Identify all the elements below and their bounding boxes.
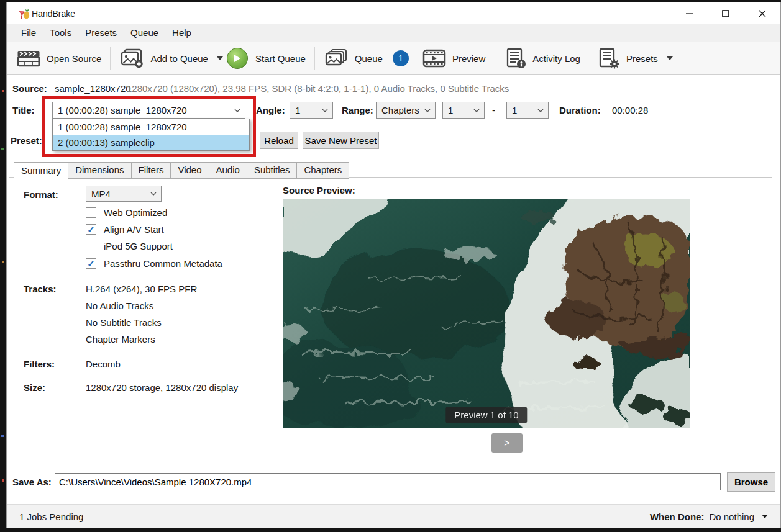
title-label: Title: [12,105,35,115]
title-dropdown-list: 1 (00:00:28) sample_1280x720 2 (00:00:13… [52,119,250,151]
angle-value: 1 [295,105,300,115]
film-strip-icon [422,49,446,68]
title-option-1[interactable]: 1 (00:00:28) sample_1280x720 [53,119,249,135]
source-label: Source: [12,83,47,94]
toolbar-separator [314,47,315,70]
toolbar: Open Source Add to Queue Start Queue [7,42,780,75]
activity-log-button[interactable]: Activity Log [505,48,580,69]
reload-button[interactable]: Reload [260,132,298,149]
align-av-start-checkbox[interactable]: ✓ Align A/V Start [86,224,164,235]
close-button[interactable] [748,5,777,22]
tab-chapters[interactable]: Chapters [296,162,349,179]
chevron-down-icon [667,56,673,60]
angle-dropdown[interactable]: 1 [290,102,333,119]
checkbox-label: Passthru Common Metadata [104,258,222,269]
range-start-value: 1 [448,105,453,115]
tab-audio[interactable]: Audio [209,162,247,179]
queue-label: Queue [355,53,383,64]
queue-button[interactable]: Queue 1 [324,48,409,68]
menu-file[interactable]: File [14,24,43,42]
maximize-icon [722,10,729,17]
passthru-metadata-checkbox[interactable]: ✓ Passthru Common Metadata [86,258,222,269]
tracks-label: Tracks: [24,284,57,294]
browse-button[interactable]: Browse [727,472,775,492]
menu-tools[interactable]: Tools [43,24,78,42]
jobs-pending-status: 1 Jobs Pending [19,512,83,522]
menu-help[interactable]: Help [165,24,198,42]
checkbox-icon: ✓ [86,258,96,269]
preview-label: Preview [452,53,485,64]
desktop-speck [1,148,4,150]
tab-dimensions[interactable]: Dimensions [68,162,131,179]
format-dropdown[interactable]: MP4 [86,186,162,202]
angle-label: Angle: [256,105,285,115]
source-name: sample_1280x720 [55,83,131,94]
filters-label: Filters: [24,359,55,369]
when-done-value: Do nothing [709,512,754,522]
open-source-label: Open Source [47,53,101,64]
web-optimized-checkbox[interactable]: Web Optimized [86,207,167,218]
save-new-preset-button[interactable]: Save New Preset [303,132,379,149]
range-separator: - [492,105,495,115]
presets-label: Presets [626,53,658,64]
window-title: HandBrake [32,9,75,19]
checkbox-label: Web Optimized [104,207,167,218]
tab-summary[interactable]: Summary [14,162,68,179]
chevron-down-icon [424,109,431,112]
menu-presets[interactable]: Presets [78,24,124,42]
add-to-queue-button[interactable]: Add to Queue [119,48,223,68]
tab-video[interactable]: Video [170,162,209,179]
queue-count-badge: 1 [393,50,409,66]
close-icon [759,10,766,17]
maximize-button[interactable] [711,5,740,22]
play-icon [233,54,241,63]
checkbox-icon [86,241,96,251]
handbrake-logo-icon [18,7,30,22]
menu-bar: File Tools Presets Queue Help [7,24,780,42]
range-start-dropdown[interactable]: 1 [442,102,485,119]
open-source-button[interactable]: Open Source [17,49,101,68]
add-to-queue-label: Add to Queue [150,53,208,64]
range-type-value: Chapters [381,105,419,115]
preset-label: Preset: [11,135,42,146]
tab-subtitles[interactable]: Subtitles [247,162,298,179]
range-type-dropdown[interactable]: Chapters [376,102,436,119]
queue-icon [324,48,349,68]
add-to-queue-icon [119,48,144,68]
checkbox-icon [86,207,96,218]
source-details: 1280x720 (1280x720), 23.98 FPS, SDR (8-b… [127,83,509,94]
chevron-down-icon [473,109,480,112]
menu-queue[interactable]: Queue [124,24,165,42]
save-as-input[interactable] [55,473,721,490]
start-queue-label: Start Queue [255,53,306,64]
save-as-label: Save As: [12,477,52,487]
title-dropdown[interactable]: 1 (00:00:28) sample_1280x720 [52,102,245,119]
size-value: 1280x720 storage, 1280x720 display [86,382,238,393]
presets-button[interactable]: Presets [598,48,673,69]
ipod-5g-support-checkbox[interactable]: iPod 5G Support [86,241,173,251]
next-preview-button[interactable]: > [491,433,523,453]
format-value: MP4 [91,189,111,199]
presets-icon [598,48,620,69]
preview-button[interactable]: Preview [422,49,485,68]
tab-filters[interactable]: Filters [131,162,171,179]
source-preview-image: Preview 1 of 10 [283,199,690,428]
tab-bar: Summary Dimensions Filters Video Audio S… [14,162,349,179]
track-video: H.264 (x264), 30 FPS PFR [86,284,197,294]
range-end-dropdown[interactable]: 1 [506,102,549,119]
chevron-down-icon [150,192,157,196]
start-queue-play-button[interactable] [227,48,248,69]
when-done-dropdown[interactable]: When Done: Do nothing [650,512,768,522]
title-dropdown-value: 1 (00:00:28) sample_1280x720 [58,105,187,115]
chevron-down-icon [322,109,328,112]
minimize-button[interactable] [675,5,704,22]
filters-value: Decomb [86,359,121,369]
size-label: Size: [24,382,45,393]
range-label: Range: [342,105,373,115]
track-audio: No Audio Tracks [86,300,153,311]
start-queue-button[interactable]: Start Queue [255,53,306,64]
title-option-2[interactable]: 2 (00:00:13) sampleclip [53,135,249,150]
desktop-speck [2,261,4,263]
chevron-down-icon [234,109,240,112]
checkbox-label: iPod 5G Support [104,241,173,251]
